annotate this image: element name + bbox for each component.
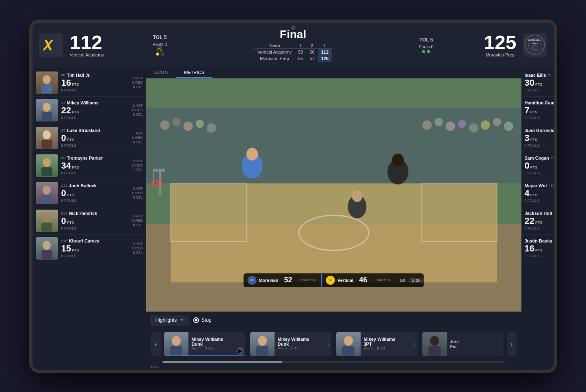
player-stats-right: 0 AST 0 REB 0 STL (132, 242, 143, 255)
list-item[interactable]: Jackson Holt #11 22 PTS 0 FOULS 0 AST 0 … (521, 207, 554, 235)
pts-label: PTS (72, 248, 79, 252)
fouls-info: 0 FOULS (61, 199, 129, 203)
pts-number: 34 (61, 161, 71, 170)
list-item[interactable]: #11 Josh Bullock 0 PTS 0 FOULS 0 AST 0 R… (32, 180, 146, 207)
highlights-prev-button[interactable]: ‹ (151, 332, 161, 356)
clip-type-2: Dunk (278, 342, 328, 347)
svg-text:PREP: PREP (532, 42, 538, 45)
list-item[interactable]: Mikey Williams 3PT Per 1 - 0:48 › (336, 332, 417, 356)
player-header: #12 Nick Hamrick (61, 211, 129, 216)
clip-info-2: Mikey Williams Dunk Per 1 - 1:42 (275, 334, 331, 353)
list-item[interactable]: Hamilton Campbell #2 7 PTS 0 FOULS 0 AST… (521, 97, 554, 124)
list-item[interactable]: #15 Khouri Carvey 15 PTS 0 FOULS 0 AST 0… (32, 235, 146, 262)
svg-point-45 (392, 154, 404, 167)
list-item[interactable]: Isaac Ellis #1 30 PTS 0 FOULS 0 AST 0 RE… (521, 69, 554, 97)
col-team: Team (254, 43, 295, 49)
video-player[interactable]: M Moravian 52 FOULS: 0 V Vertical 46 FOU… (146, 78, 521, 312)
svg-point-33 (207, 123, 216, 132)
player-name: Sam Cogan (525, 156, 549, 160)
svg-point-17 (43, 213, 51, 222)
col-q2: 2 (307, 43, 318, 49)
player-info-right-7: Justin Banks #12 16 PTS 0 FOULS (525, 238, 554, 258)
fouls-info: 0 FOULS (525, 254, 554, 258)
chevron-right-icon: › (414, 341, 416, 347)
list-item[interactable]: #12 Nick Hamrick 0 PTS 0 FOULS 0 AST 0 R… (32, 207, 146, 235)
svg-point-19 (43, 241, 51, 250)
progress-track[interactable] (162, 361, 505, 363)
overlay-fouls-2: FOULS: 0 (373, 277, 392, 283)
team-left-score: 112 (70, 33, 104, 52)
play-icon[interactable]: ▶ (236, 347, 244, 355)
svg-point-34 (422, 120, 432, 130)
tab-stats[interactable]: STATS (146, 67, 176, 78)
overlay-name-2: Vertical (337, 278, 353, 283)
stop-button[interactable]: Stop (193, 317, 212, 323)
fouls-info: 0 FOULS (61, 88, 129, 92)
pts-number: 16 (61, 78, 71, 87)
player-info-right-4: Sam Cogan #5 0 PTS 0 FOULS (525, 156, 554, 175)
pts-label: PTS (535, 82, 543, 87)
player-name: Luke Strickland (67, 128, 100, 133)
fouls-info: 0 FOULS (61, 254, 129, 258)
highlights-dropdown[interactable]: Highlights ▼ (151, 315, 189, 325)
player-pts: 7 PTS (525, 106, 554, 115)
left-dot-2 (161, 52, 164, 56)
pts-number: 0 (61, 189, 66, 198)
pts-number: 16 (525, 244, 534, 253)
svg-point-43 (246, 147, 258, 160)
player-info-left-4: #5 Tremayne Parker 34 PTS 0 FOULS (61, 156, 129, 175)
clip-info-1: Mikey Williams Dunk Per 1 - 2:18 ▶ (188, 334, 245, 353)
overlay-team-2: V Vertical 46 FOULS: 0 (322, 273, 396, 287)
list-item[interactable]: Juan Gorosito #3 3 PTS 0 FOULS 0 AST 0 R… (521, 124, 554, 152)
svg-point-56 (344, 336, 353, 346)
reb-stat: 0 REB (132, 219, 143, 223)
player-header: Hamilton Campbell #2 (525, 100, 554, 105)
video-tabs: STATS METRICS (146, 67, 521, 78)
player-name: Mikey Williams (67, 100, 99, 105)
svg-rect-18 (41, 223, 52, 232)
player-photo-left-3 (36, 127, 58, 149)
player-number: #5 (61, 156, 65, 160)
list-item[interactable]: #5 Tremayne Parker 34 PTS 0 FOULS 0 AST … (32, 152, 146, 180)
pts-label: PTS (535, 248, 543, 252)
pts-label: PTS (72, 110, 79, 114)
svg-point-13 (43, 158, 51, 167)
app-container: X 112 Vertical Academy TOL 5 Fouls 0 #0 (32, 23, 554, 370)
list-item[interactable]: #1 Mikey Williams 22 PTS 0 FOULS 2 AST 0… (32, 97, 146, 124)
pts-number: 22 (525, 217, 534, 225)
reb-stat: 0 REB (132, 136, 143, 140)
pts-label: PTS (530, 193, 538, 197)
player-stats-right: 0 AST 0 REB 0 STL (132, 214, 143, 227)
player-number: #0 (61, 73, 65, 77)
team-left-score-info: 112 Vertical Academy (70, 33, 104, 57)
clip-type-3: 3PT (364, 342, 414, 347)
list-item[interactable]: Just Per (422, 332, 504, 356)
list-item[interactable]: Justin Banks #12 16 PTS 0 FOULS 0 AST 0 … (521, 235, 554, 262)
watermark-text: ■ ■ ■ (151, 365, 159, 369)
pts-number: 7 (525, 106, 530, 115)
team-right: 125 Moravian Prep MORAVIAN PREP (440, 23, 554, 67)
ast-stat: 0 AST (132, 242, 143, 246)
list-item[interactable]: Sam Cogan #5 0 PTS 0 FOULS 0 AST 0 REB 0… (521, 152, 554, 180)
clip-info-4: Just Per (447, 337, 504, 351)
player-name: Hamilton Campbell (525, 100, 554, 105)
player-number: #12 (61, 211, 67, 215)
player-photo-left-5 (36, 182, 58, 204)
clip-name-4: Just (450, 339, 500, 344)
clip-time-1: Per 1 - 2:18 (192, 347, 242, 351)
col-q1: 1 (295, 43, 306, 49)
highlights-next-button[interactable]: › (507, 332, 517, 356)
clip-time-2: Per 1 - 1:42 (278, 347, 328, 351)
list-item[interactable]: Mayar Wol #10 4 PTS 0 FOULS 1 AST 0 REB … (521, 180, 554, 207)
team-right-name: Moravian Prep (484, 52, 516, 57)
left-dot-1 (156, 52, 159, 56)
list-item[interactable]: Mikey Williams Dunk Per 1 - 2:18 ▶ (164, 332, 245, 356)
tab-metrics[interactable]: METRICS (176, 67, 212, 78)
stl-stat: 0 STL (132, 195, 143, 199)
player-header: #1 Mikey Williams (61, 100, 129, 105)
list-item[interactable]: #3 Luke Strickland 0 PTS 0 FOULS AST 0 R… (32, 124, 146, 152)
list-item[interactable]: #0 Tim Hall Jr. 16 PTS 0 FOULS 0 AST 0 R… (32, 69, 146, 97)
svg-rect-8 (41, 84, 52, 93)
score-row-2: Moravian Prep 55 57 125 (254, 55, 332, 62)
list-item[interactable]: Mikey Williams Dunk Per 1 - 1:42 › (250, 332, 331, 356)
